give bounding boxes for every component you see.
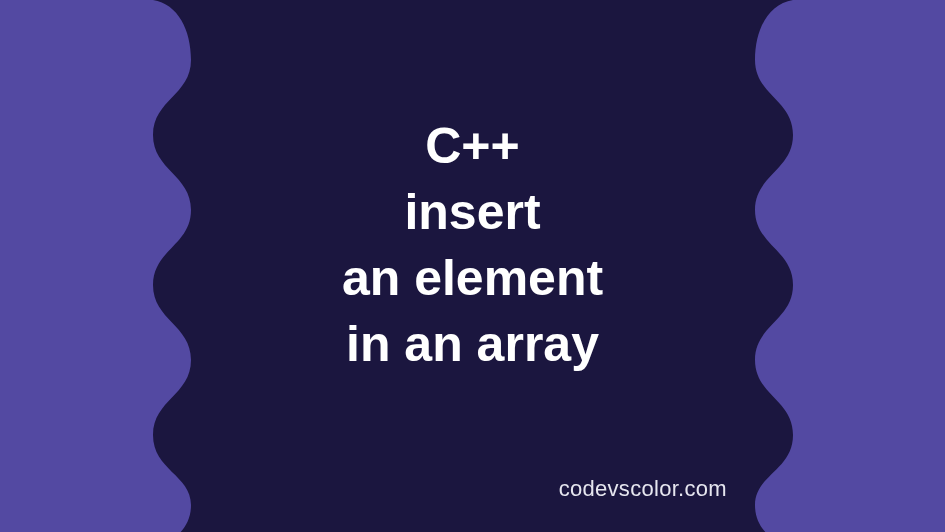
watermark: codevscolor.com — [559, 476, 727, 502]
title-line-2: insert — [342, 179, 603, 245]
title-line-1: C++ — [342, 113, 603, 179]
title: C++ insert an element in an array — [342, 113, 603, 377]
title-line-3: an element — [342, 245, 603, 311]
banner-graphic: C++ insert an element in an array codevs… — [0, 0, 945, 532]
title-line-4: in an array — [342, 311, 603, 377]
